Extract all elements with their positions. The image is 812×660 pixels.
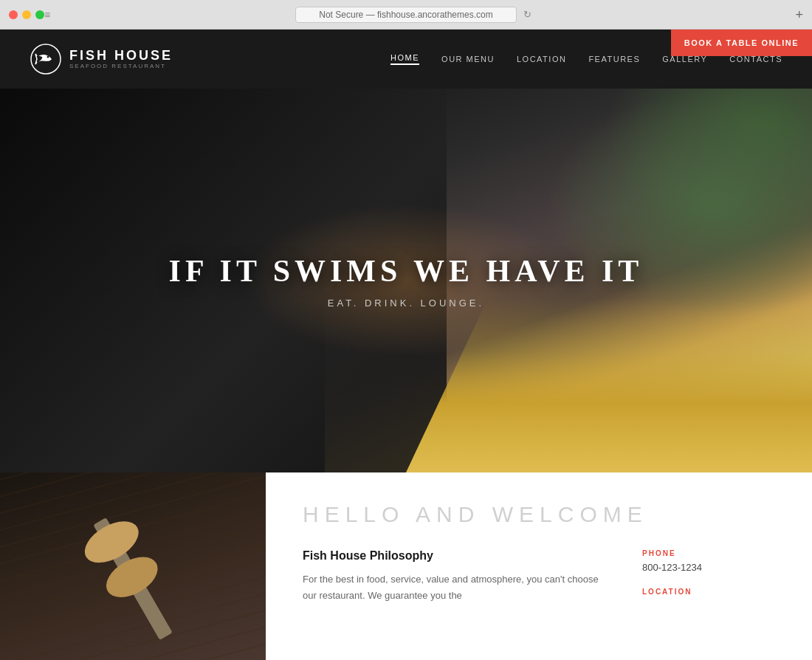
welcome-section: HELLO AND WELCOME Fish House Philosophy … [0, 472, 812, 660]
reload-icon[interactable]: ↻ [523, 9, 531, 20]
welcome-grid: Fish House Philosophy For the best in fo… [303, 549, 775, 604]
logo-name: FISH HOUSE [69, 49, 173, 63]
hero-section: IF IT SWIMS WE HAVE IT EAT. DRINK. LOUNG… [0, 89, 812, 472]
logo-area: FISH HOUSE SEAFOOD RESTAURANT [30, 43, 173, 75]
logo-text-area: FISH HOUSE SEAFOOD RESTAURANT [69, 49, 173, 70]
philosophy-area: Fish House Philosophy For the best in fo… [303, 549, 613, 604]
browser-chrome: ≡ Not Secure — fishhouse.ancorathemes.co… [0, 0, 812, 30]
book-table-button[interactable]: BOOK A TABLE ONLINE [671, 30, 812, 56]
website-content: FISH HOUSE SEAFOOD RESTAURANT HOME OUR M… [0, 30, 812, 660]
hero-title: IF IT SWIMS WE HAVE IT [81, 253, 731, 289]
toolbar-menu-icon: ≡ [44, 9, 50, 21]
welcome-image [0, 472, 266, 660]
new-tab-button[interactable]: + [795, 8, 803, 21]
logo-icon [30, 43, 62, 75]
philosophy-title: Fish House Philosophy [303, 549, 613, 563]
address-bar[interactable]: Not Secure — fishhouse.ancorathemes.com [295, 7, 517, 23]
traffic-light-yellow[interactable] [22, 10, 31, 19]
location-label: LOCATION [642, 588, 775, 596]
traffic-light-red[interactable] [9, 10, 18, 19]
philosophy-text: For the best in food, service, value and… [303, 571, 613, 604]
nav-location[interactable]: LOCATION [517, 55, 566, 63]
welcome-heading: HELLO AND WELCOME [303, 502, 775, 527]
svg-point-1 [47, 56, 49, 58]
traffic-lights [9, 10, 44, 19]
nav-our-menu[interactable]: OUR MENU [441, 55, 495, 63]
logo-subtitle: SEAFOOD RESTAURANT [69, 63, 173, 69]
traffic-light-green[interactable] [35, 10, 44, 19]
skewer-visual [93, 518, 172, 640]
nav-home[interactable]: HOME [390, 53, 419, 65]
site-header: FISH HOUSE SEAFOOD RESTAURANT HOME OUR M… [0, 30, 812, 89]
nav-features[interactable]: FEATURES [588, 55, 640, 63]
welcome-content: HELLO AND WELCOME Fish House Philosophy … [266, 472, 812, 660]
hero-content: IF IT SWIMS WE HAVE IT EAT. DRINK. LOUNG… [81, 253, 731, 309]
hero-subtitle: EAT. DRINK. LOUNGE. [81, 298, 731, 309]
contact-area: PHONE 800-123-1234 LOCATION [642, 549, 775, 604]
address-text: Not Secure — fishhouse.ancorathemes.com [319, 10, 492, 20]
phone-value: 800-123-1234 [642, 562, 775, 573]
phone-label: PHONE [642, 549, 775, 557]
